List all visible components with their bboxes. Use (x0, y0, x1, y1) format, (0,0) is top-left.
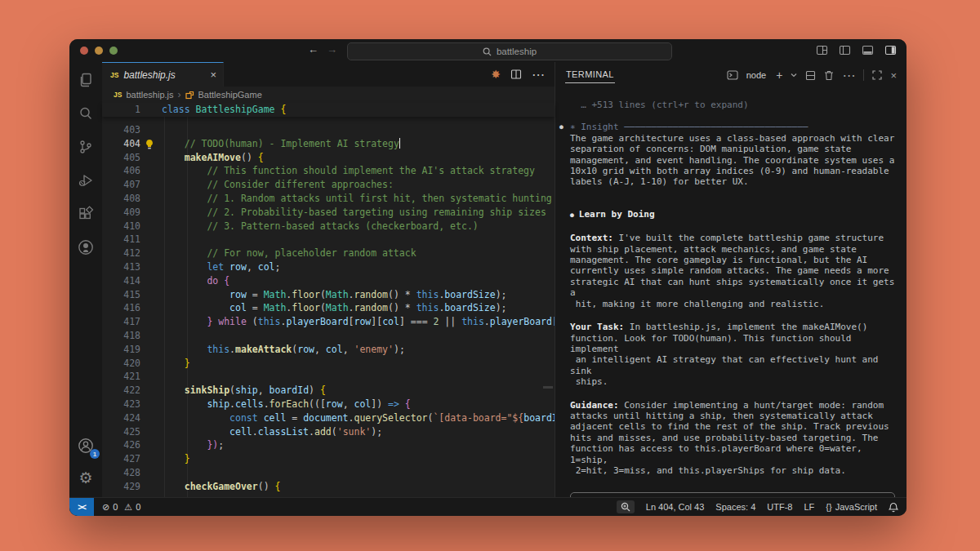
code-token (162, 481, 185, 492)
split-editor-icon[interactable] (510, 69, 522, 80)
explorer-icon[interactable] (76, 70, 96, 90)
code-text: col = Math.floor(Math.random() * this.bo… (162, 301, 506, 315)
customize-layout-icon[interactable] (816, 44, 828, 56)
code-line[interactable]: 421 (102, 370, 555, 384)
terminal-more-actions-icon[interactable]: ⋯ (842, 68, 855, 83)
code-line[interactable]: 412 // For now, placeholder random attac… (102, 247, 555, 260)
line-number: 421 (102, 370, 140, 384)
toggle-panel-icon[interactable] (862, 44, 874, 56)
code-token: this (461, 316, 484, 327)
code-line[interactable]: 419 this.makeAttack(row, col, 'enemy'); (102, 343, 555, 357)
code-line[interactable]: 407 // Consider different approaches: (102, 178, 555, 192)
editor-more-actions-icon[interactable]: ⋯ (532, 67, 545, 82)
line-number: 427 (102, 452, 140, 466)
code-line[interactable]: 427 } (102, 452, 555, 466)
source-control-icon[interactable] (76, 137, 96, 157)
code-token (162, 207, 207, 218)
breadcrumb-symbol[interactable]: BattleshipGame (198, 90, 262, 100)
code-line[interactable]: 417 } while (this.playerBoard[row][col] … (102, 315, 555, 329)
code-line[interactable]: 418 (102, 329, 555, 343)
run-debug-icon[interactable] (76, 171, 96, 190)
code-editor[interactable]: 403404 // TODO(human) - Implement AI str… (102, 117, 555, 497)
code-token: // This function should implement the AI… (207, 165, 535, 176)
code-token (162, 138, 185, 149)
maximize-window-button[interactable] (109, 47, 118, 55)
tab-terminal[interactable]: TERMINAL (565, 68, 615, 83)
terminal-paragraph: Your Task: In battleship.js, implement t… (570, 322, 895, 387)
close-window-button[interactable] (80, 47, 88, 55)
chevron-down-icon[interactable] (791, 73, 797, 78)
code-line[interactable]: 425 cell.classList.add('sunk'); (102, 425, 555, 439)
new-terminal-button[interactable]: + (776, 69, 782, 81)
code-token: col (354, 398, 371, 410)
breadcrumb-file[interactable]: battleship.js (126, 90, 173, 100)
problems-button[interactable]: ⊘ 0 ⚠ 0 (102, 502, 140, 513)
minimize-window-button[interactable] (95, 47, 103, 55)
code-line[interactable]: 413 let row, col; (102, 260, 555, 274)
code-line[interactable]: 405 makeAIMove() { (102, 151, 555, 165)
settings-gear-icon[interactable]: ⚙ (76, 468, 96, 487)
code-token: ); (394, 344, 405, 355)
command-center-search[interactable]: battleship (347, 42, 672, 60)
code-line[interactable]: 426 }); (102, 438, 555, 452)
code-line[interactable]: 424 const cell = document.querySelector(… (102, 411, 555, 425)
tab-close-icon[interactable]: × (210, 69, 216, 81)
terminal-output[interactable]: … +513 lines (ctrl+r to expand)●∗ Insigh… (555, 88, 906, 497)
code-line[interactable]: 414 do { (102, 274, 555, 288)
glyph-margin (140, 123, 162, 137)
code-token: => (388, 398, 399, 410)
cursor-position-button[interactable]: Ln 404, Col 43 (646, 502, 705, 512)
zoom-indicator-button[interactable] (617, 500, 635, 513)
toggle-secondary-sidebar-icon[interactable] (884, 44, 897, 56)
code-line[interactable]: 423 ship.cells.forEach(([row, col]) => { (102, 398, 555, 411)
language-mode-button[interactable]: {} JavaScript (826, 502, 877, 512)
tab-battleship-js[interactable]: JS battleship.js × (102, 62, 224, 87)
code-token: ; (218, 439, 224, 451)
code-token: , (343, 344, 354, 355)
code-token: makeAIMove (185, 152, 241, 163)
scrollbar-slider[interactable] (543, 386, 553, 389)
code-line[interactable]: 415 row = Math.floor(Math.random() * thi… (102, 288, 555, 302)
code-line[interactable]: 406 // This function should implement th… (102, 164, 555, 178)
claude-starburst-icon[interactable]: ✸ (491, 69, 501, 80)
split-terminal-icon[interactable] (805, 70, 816, 81)
code-token (162, 275, 207, 287)
accounts-icon[interactable]: 1 (76, 436, 96, 455)
code-line[interactable]: 409 // 2. Probability-based targeting us… (102, 206, 555, 220)
code-line[interactable]: 408 // 1. Random attacks until first hit… (102, 192, 555, 206)
encoding-button[interactable]: UTF-8 (767, 502, 792, 512)
notifications-bell-icon[interactable] (889, 502, 898, 513)
extensions-icon[interactable] (76, 204, 96, 224)
code-line[interactable]: 411 (102, 233, 555, 247)
code-line[interactable]: 428 (102, 466, 555, 480)
maximize-panel-icon[interactable] (872, 70, 882, 80)
code-line[interactable]: 410 // 3. Pattern-based attacks (checker… (102, 220, 555, 233)
sticky-scroll-line[interactable]: 1 class BattleshipGame { (102, 103, 555, 117)
code-line[interactable]: 416 col = Math.floor(Math.random() * thi… (102, 301, 555, 315)
code-token: Math (326, 302, 349, 313)
shell-label[interactable]: node (746, 70, 766, 80)
code-line[interactable]: 420 } (102, 357, 555, 371)
code-token: // 1. Random attacks until first hit, th… (207, 193, 551, 204)
breadcrumb[interactable]: JS battleship.js › BattleshipGame (102, 87, 555, 103)
navigate-forward-button[interactable]: → (327, 43, 337, 56)
code-token: col (382, 316, 399, 327)
code-line[interactable]: 403 (102, 123, 555, 137)
code-token: ( (332, 426, 337, 438)
navigate-back-button[interactable]: ← (308, 43, 318, 56)
code-line[interactable]: 404 // TODO(human) - Implement AI strate… (102, 137, 555, 151)
search-sidebar-icon[interactable] (76, 104, 96, 123)
code-line[interactable]: 422 sinkShip(ship, boardId) { (102, 384, 555, 398)
glyph-margin (140, 343, 162, 357)
tab-label: battleship.js (123, 69, 205, 81)
github-icon[interactable] (76, 238, 96, 257)
close-panel-icon[interactable]: × (890, 69, 897, 82)
remote-indicator-button[interactable]: >< (69, 498, 94, 516)
eol-button[interactable]: LF (804, 502, 814, 512)
code-token: ( (320, 302, 326, 313)
code-line[interactable]: 429 checkGameOver() { (102, 480, 555, 494)
trash-icon[interactable] (824, 70, 834, 81)
toggle-primary-sidebar-icon[interactable] (839, 44, 851, 56)
line-number: 413 (102, 260, 140, 274)
indentation-button[interactable]: Spaces: 4 (715, 502, 755, 512)
